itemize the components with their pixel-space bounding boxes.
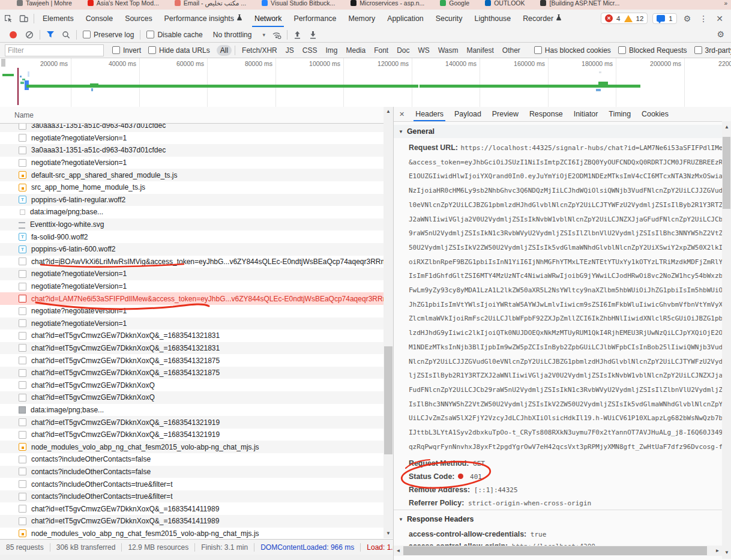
tab-network[interactable]: Network: [248, 10, 287, 27]
general-section-header[interactable]: ▼ General: [394, 125, 722, 138]
filter-type-fetch-xhr[interactable]: Fetch/XHR: [238, 45, 281, 56]
details-tab-headers[interactable]: Headers: [410, 107, 449, 121]
table-row[interactable]: contacts?includeOtherContacts=true&filte…: [0, 478, 384, 490]
scroll-right-icon[interactable]: ►: [713, 546, 722, 556]
details-vertical-scrollbar[interactable]: ▲ ▼: [722, 121, 731, 559]
table-row[interactable]: negotiate?negotiateVersion=1: [0, 280, 384, 293]
filter-type-css[interactable]: CSS: [299, 45, 321, 56]
scroll-left-icon[interactable]: ◄: [394, 546, 403, 556]
table-row[interactable]: negotiate?negotiateVersion=1: [0, 268, 384, 280]
details-horizontal-scrollbar[interactable]: ◄ ►: [394, 546, 722, 556]
network-conditions-icon[interactable]: [269, 28, 284, 42]
response-headers-section-header[interactable]: ▼ Response Headers: [394, 513, 722, 525]
tab-console[interactable]: Console: [80, 10, 119, 27]
bookmark-item[interactable]: Email - مكتب تخليص ...: [175, 0, 246, 7]
table-row[interactable]: chat?id=etT5gvCmwzGEw7DkknXoxQ&_=1683541…: [0, 502, 384, 515]
details-tab-preview[interactable]: Preview: [487, 107, 524, 121]
table-row[interactable]: chat?id=jBOAwVkXi6LriMwRsIMVig&access_to…: [0, 256, 384, 268]
table-row[interactable]: src_app_home_home_module_ts.js: [0, 181, 384, 194]
network-settings-gear-icon[interactable]: ⚙: [715, 29, 726, 39]
bookmark-item[interactable]: Visual Studio Bitbuck...: [262, 0, 335, 7]
table-row-selected-error[interactable]: chat?id=LAM7Ne6i53aSFIFPdlIMew&access_to…: [0, 292, 384, 305]
bookmark-item[interactable]: [Building ASP.NET Micr...: [540, 0, 619, 7]
filter-type-font[interactable]: Font: [370, 45, 392, 56]
table-row[interactable]: negotiate?negotiateVersion=1: [0, 132, 384, 145]
table-row[interactable]: contacts?includeOtherContacts=false: [0, 453, 384, 466]
table-row[interactable]: contacts?includeOtherContacts=true&filte…: [0, 490, 384, 503]
filter-3rd-party-requests[interactable]: 3rd-party requests: [694, 46, 731, 55]
table-row[interactable]: Tpoppins-v6-latin-600.woff2: [0, 243, 384, 256]
scroll-down-icon[interactable]: ▼: [384, 529, 393, 538]
tab-recorder[interactable]: Recorder: [517, 10, 568, 27]
table-row[interactable]: chat?id=etT5gvCmwzGEw7DkknXoxQ&_=1683541…: [0, 342, 384, 355]
details-tab-payload[interactable]: Payload: [449, 107, 487, 121]
network-overview-timeline[interactable]: 20000 ms40000 ms60000 ms80000 ms100000 m…: [0, 58, 731, 107]
timeline-handle[interactable]: [1, 59, 5, 67]
table-row[interactable]: 3a0aaa31-1351-a51c-d963-4b37d01cfdec: [0, 124, 384, 132]
preserve-log-toggle[interactable]: Preserve log: [83, 31, 134, 39]
scrollbar-thumb[interactable]: [723, 137, 730, 209]
checkbox[interactable]: [534, 46, 542, 54]
scrollbar-thumb[interactable]: [384, 346, 393, 454]
details-tab-response[interactable]: Response: [524, 107, 568, 121]
checkbox[interactable]: [694, 46, 702, 54]
inspect-element-icon[interactable]: [0, 11, 16, 26]
more-options-kebab-icon[interactable]: ⋮: [697, 14, 709, 23]
scrollbar-thumb[interactable]: [403, 546, 707, 555]
table-row[interactable]: chat?id=etT5gvCmwzGEw7DkknXoxQ&_=1683541…: [0, 416, 384, 429]
tab-performance-insights[interactable]: Performance insights: [158, 10, 248, 27]
disable-cache-toggle[interactable]: Disable cache: [146, 31, 202, 39]
tab-application[interactable]: Application: [381, 10, 430, 27]
table-row[interactable]: data:image/png;base...: [0, 404, 384, 417]
table-row[interactable]: chat?id=etT5gvCmwzGEw7DkknXoxQ: [0, 379, 384, 391]
table-row[interactable]: 3a0aaa31-1351-a51c-d963-4b37d01cfdec: [0, 144, 384, 157]
device-toolbar-icon[interactable]: [16, 11, 31, 26]
errors-warnings-badge[interactable]: ✕ 4 12: [601, 13, 648, 24]
checkbox[interactable]: [618, 46, 626, 54]
scroll-up-icon[interactable]: ▲: [384, 107, 393, 116]
disable-cache-checkbox[interactable]: [146, 31, 154, 38]
filter-input[interactable]: [5, 44, 104, 56]
bookmarks-overflow-icon[interactable]: »: [724, 0, 727, 7]
scroll-up-icon[interactable]: ▲: [722, 122, 731, 132]
table-row[interactable]: negotiate?negotiateVersion=1: [0, 157, 384, 169]
requests-column-header[interactable]: Name: [0, 107, 384, 124]
export-har-icon[interactable]: [305, 28, 321, 42]
clear-network-log-icon[interactable]: [22, 28, 37, 42]
tab-elements[interactable]: Elements: [37, 10, 80, 27]
invert-checkbox[interactable]: [112, 46, 120, 54]
table-row[interactable]: chat?id=etT5gvCmwzGEw7DkknXoxQ: [0, 391, 384, 404]
tab-security[interactable]: Security: [430, 10, 469, 27]
filter-type-ws[interactable]: WS: [415, 45, 433, 56]
search-icon[interactable]: [58, 28, 74, 42]
table-row[interactable]: chat?id=etT5gvCmwzGEw7DkknXoxQ&_=1683541…: [0, 354, 384, 367]
close-devtools-icon[interactable]: ✕: [714, 14, 725, 23]
details-tab-initiator[interactable]: Initiator: [568, 107, 604, 121]
filter-funnel-icon[interactable]: [43, 28, 58, 42]
hide-data-urls-checkbox[interactable]: [148, 46, 156, 54]
settings-gear-icon[interactable]: ⚙: [682, 14, 693, 23]
bookmark-item[interactable]: Microservices - asp.n...: [350, 0, 424, 7]
table-row[interactable]: default-src_app_shared_shared_module_ts.…: [0, 169, 384, 181]
table-row[interactable]: negotiate?negotiateVersion=1: [0, 305, 384, 318]
filter-type-wasm[interactable]: Wasm: [435, 45, 462, 56]
filter-type-all[interactable]: All: [217, 45, 232, 56]
bookmark-item[interactable]: Google: [440, 0, 469, 7]
table-row[interactable]: Tfa-solid-900.woff2: [0, 230, 384, 243]
details-tab-cookies[interactable]: Cookies: [636, 107, 674, 121]
table-row[interactable]: node_modules_volo_abp_ng_chat_fesm2015_v…: [0, 441, 384, 453]
table-row[interactable]: chat?id=etT5gvCmwzGEw7DkknXoxQ&_=1683541…: [0, 367, 384, 379]
filter-type-doc[interactable]: Doc: [393, 45, 413, 56]
issues-badge[interactable]: 1: [652, 13, 676, 24]
filter-type-other[interactable]: Other: [499, 45, 524, 56]
filter-type-media[interactable]: Media: [342, 45, 369, 56]
tab-memory[interactable]: Memory: [342, 10, 381, 27]
bookmark-item[interactable]: OUTLOOK: [485, 0, 525, 7]
table-row[interactable]: Tpoppins-v6-latin-regular.woff2: [0, 194, 384, 206]
details-tab-timing[interactable]: Timing: [603, 107, 636, 121]
bookmark-item[interactable]: Tawjeeh | Mohre: [17, 0, 72, 7]
table-row[interactable]: node_modules_volo_abp_ng_chat_fesm2015_v…: [0, 528, 384, 538]
hide-data-urls-toggle[interactable]: Hide data URLs: [148, 46, 210, 55]
table-row[interactable]: negotiate?negotiateVersion=1: [0, 318, 384, 330]
table-row[interactable]: chat?id=etT5gvCmwzGEw7DkknXoxQ&_=1683541…: [0, 515, 384, 528]
